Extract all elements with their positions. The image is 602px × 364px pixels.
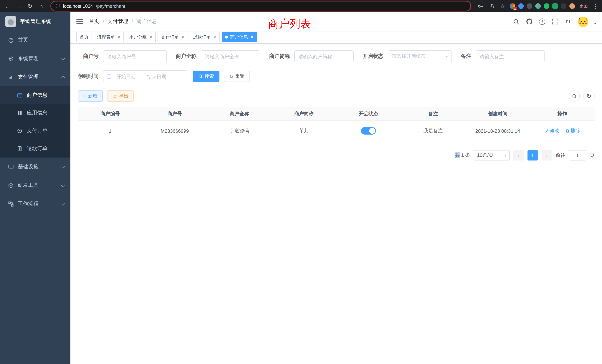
screen: ← → ↻ ⌂ ⓘ localhost:1024/pay/merchant ☆ … xyxy=(0,0,602,364)
cell-merchant-no: M233666999 xyxy=(142,121,207,141)
close-icon[interactable]: ✕ xyxy=(181,35,184,40)
calendar-icon xyxy=(106,74,112,79)
sidebar-item-label: 应用信息 xyxy=(27,110,47,116)
tab-home[interactable]: 首页 xyxy=(76,32,92,42)
extension-green-square-icon[interactable] xyxy=(552,3,558,9)
status-select[interactable]: 请选择开启状态 ▾ xyxy=(388,50,452,62)
end-date-input[interactable] xyxy=(144,73,169,79)
dashboard-icon xyxy=(7,37,14,43)
page-size-select[interactable]: 10条/页 ▾ xyxy=(474,150,510,161)
browser-toolbar: ← → ↻ ⌂ ⓘ localhost:1024/pay/merchant ☆ … xyxy=(0,0,602,12)
extension-pin-icon[interactable] xyxy=(561,3,566,9)
bookmark-star-icon[interactable]: ☆ xyxy=(499,2,507,10)
search-icon[interactable] xyxy=(513,18,520,25)
tab-refund-order[interactable]: 退款订单✕ xyxy=(190,32,220,42)
share-icon[interactable] xyxy=(487,2,496,10)
date-range-picker[interactable]: - xyxy=(103,70,188,82)
add-button[interactable]: + 新增 xyxy=(78,90,103,102)
col-merchant-id: 商户编号 xyxy=(78,107,142,121)
refresh-table-icon[interactable]: ↻ xyxy=(583,90,595,102)
extension-dark-icon[interactable] xyxy=(527,3,532,9)
export-button[interactable]: 导出 xyxy=(107,90,134,102)
sidebar-item-pay-order[interactable]: 支付订单 xyxy=(0,122,70,140)
chevron-down-icon: ▾ xyxy=(504,153,506,158)
tab-flow-form[interactable]: 流程表单✕ xyxy=(94,32,124,42)
extension-blue-icon[interactable] xyxy=(518,3,524,9)
tags-view-bar: 首页 流程表单✕ 用户分组✕ 支付订单✕ 退款订单✕ 商户信息✕ xyxy=(70,31,602,44)
tab-merchant-info[interactable]: 商户信息✕ xyxy=(222,32,257,42)
address-bar[interactable]: ⓘ localhost:1024/pay/merchant xyxy=(50,1,471,11)
browser-menu-icon[interactable]: ⋮ xyxy=(593,3,598,9)
search-button[interactable]: 搜索 xyxy=(193,71,219,82)
github-icon[interactable] xyxy=(526,18,533,25)
sidebar-item-label: 商户信息 xyxy=(27,92,47,99)
forward-icon[interactable]: → xyxy=(15,2,23,10)
goto-suffix: 页 xyxy=(590,152,595,159)
goto-page-input[interactable] xyxy=(569,150,586,161)
sidebar-item-infrastructure[interactable]: 基础设施 xyxy=(0,158,70,176)
sidebar-item-label: 支付管理 xyxy=(18,74,61,80)
close-icon[interactable]: ✕ xyxy=(149,35,152,40)
prev-page-button[interactable]: ‹ xyxy=(513,150,524,161)
status-toggle[interactable] xyxy=(361,127,376,135)
col-create-time: 创建时间 xyxy=(465,107,530,121)
app-logo[interactable]: 芋道管理系统 xyxy=(0,12,70,31)
page-info-icon[interactable]: ⓘ xyxy=(56,3,60,9)
top-navbar: 首页 / 支付管理 / 商户信息 ? xyxy=(70,12,602,31)
download-icon xyxy=(113,94,117,98)
chrome-update-button[interactable]: 更新 xyxy=(579,3,589,9)
page-content: 商户号 商户全称 商户简称 开启状态 请选择开启状态 xyxy=(70,44,602,364)
next-page-button[interactable]: › xyxy=(542,150,552,161)
font-size-icon[interactable]: TT xyxy=(565,18,572,25)
sidebar-item-pay[interactable]: ¥ 支付管理 xyxy=(0,68,70,86)
close-icon[interactable]: ✕ xyxy=(117,35,120,40)
toggle-search-icon[interactable] xyxy=(569,90,580,102)
merchant-no-input[interactable] xyxy=(103,50,167,62)
sidebar-item-label: 退款订单 xyxy=(27,145,47,152)
page-number-button[interactable]: 1 xyxy=(527,150,538,161)
fullscreen-icon[interactable] xyxy=(552,18,559,25)
delete-link[interactable]: 删除 xyxy=(565,128,580,134)
help-icon[interactable]: ? xyxy=(539,18,546,25)
avatar-caret-icon[interactable]: ▾ xyxy=(594,21,596,26)
extension-grid-icon[interactable]: 10 xyxy=(510,3,515,9)
sidebar-item-label: 系统管理 xyxy=(18,55,61,62)
table-toolbar: + 新增 导出 ↻ xyxy=(78,90,595,102)
close-icon[interactable]: ✕ xyxy=(213,35,216,40)
sidebar-item-app-info[interactable]: 应用信息 xyxy=(0,104,70,122)
extension-orange-icon[interactable] xyxy=(569,3,575,9)
tab-pay-order[interactable]: 支付订单✕ xyxy=(158,32,188,42)
user-avatar[interactable] xyxy=(578,16,589,27)
cube-icon xyxy=(7,182,14,188)
extension-green-circle-icon[interactable] xyxy=(544,3,549,9)
sidebar-item-merchant-info[interactable]: 商户信息 xyxy=(0,86,70,104)
breadcrumb-pay[interactable]: 支付管理 xyxy=(108,18,128,25)
full-name-input[interactable] xyxy=(201,50,260,62)
workflow-icon xyxy=(7,201,14,207)
extension-avatar-icon[interactable] xyxy=(535,3,541,9)
password-key-icon[interactable] xyxy=(476,2,484,10)
cell-full-name: 芋道源码 xyxy=(207,121,272,141)
goto-label: 前往 xyxy=(556,152,565,159)
sidebar-item-home[interactable]: 首页 xyxy=(0,31,70,49)
breadcrumb-home[interactable]: 首页 xyxy=(89,18,99,25)
sidebar-item-workflow[interactable]: 工作流程 xyxy=(0,195,70,213)
col-full-name: 商户全称 xyxy=(207,107,272,121)
chevron-down-icon xyxy=(60,164,65,169)
reset-button[interactable]: ↻ 重置 xyxy=(224,71,250,82)
home-icon[interactable]: ⌂ xyxy=(37,2,45,10)
close-icon[interactable]: ✕ xyxy=(250,35,254,40)
reload-icon[interactable]: ↻ xyxy=(26,2,34,10)
sidebar-toggle-icon[interactable] xyxy=(76,19,83,24)
back-icon[interactable]: ← xyxy=(4,2,12,10)
sidebar-item-dev-tools[interactable]: 研发工具 xyxy=(0,176,70,195)
filter-row-1: 商户号 商户全称 商户简称 开启状态 请选择开启状态 xyxy=(78,50,595,62)
sidebar-item-system[interactable]: 系统管理 xyxy=(0,49,70,68)
remark-input[interactable] xyxy=(476,50,545,62)
sidebar-item-refund-order[interactable]: 退款订单 xyxy=(0,140,70,158)
edit-link[interactable]: 修改 xyxy=(544,128,559,134)
chevron-down-icon xyxy=(60,182,65,187)
tab-user-group[interactable]: 用户分组✕ xyxy=(126,32,156,42)
start-date-input[interactable] xyxy=(114,73,138,79)
short-name-input[interactable] xyxy=(294,50,354,62)
